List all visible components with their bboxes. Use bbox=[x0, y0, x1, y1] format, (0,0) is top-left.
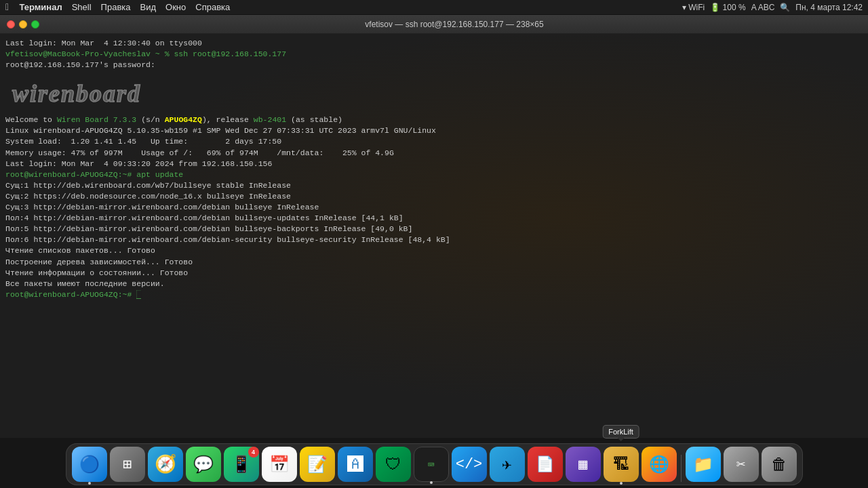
terminal-dot bbox=[430, 481, 433, 484]
minimize-button[interactable] bbox=[19, 20, 27, 28]
term-apt5: Пол:5 http://debian-mirror.wirenboard.co… bbox=[5, 224, 863, 235]
dock-item-trash[interactable]: 🗑 bbox=[762, 447, 797, 482]
term-line-3: root@192.168.150.177's password: bbox=[5, 60, 863, 70]
dock-item-acrobat[interactable]: 📄 bbox=[528, 447, 563, 482]
dock-item-mosaic[interactable]: ▦ bbox=[566, 447, 601, 482]
dock-item-chrome[interactable]: 🌐 bbox=[642, 447, 677, 482]
dock-item-terminal[interactable]: ⌨ bbox=[414, 447, 449, 482]
dock-item-messages[interactable]: 💬 bbox=[186, 447, 221, 482]
dock-separator bbox=[681, 455, 682, 482]
dock-inner: 🔵 ⊞ 🧭 💬 📱 4 📅 📝 🅰 bbox=[66, 443, 803, 485]
term-apt8: Построение дерева зависимостей... Готово bbox=[5, 257, 863, 268]
term-apt9: Чтение информации о состоянии... Готово bbox=[5, 268, 863, 279]
datetime: Пн, 4 марта 12:42 bbox=[795, 3, 863, 12]
app-name[interactable]: Терминал bbox=[19, 2, 62, 12]
forklift-dot bbox=[620, 482, 623, 485]
terminal-window: vfetisov — ssh root@192.168.150.177 — 23… bbox=[0, 15, 868, 438]
dock-item-telegram[interactable]: ✈ bbox=[490, 447, 525, 482]
svg-text:wirenboard: wirenboard bbox=[12, 80, 141, 107]
term-apt3: Сущ:3 http://debian-mirror.wirenboard.co… bbox=[5, 202, 863, 213]
input-method[interactable]: A ABC bbox=[751, 3, 775, 12]
menu-help[interactable]: Справка bbox=[195, 2, 230, 12]
wirenboard-logo: wirenboard wirenboard bbox=[5, 73, 863, 110]
term-line-1: Last login: Mon Mar 4 12:30:40 on ttys00… bbox=[5, 38, 863, 49]
menubar:  Терминал Shell Правка Вид Окно Справка… bbox=[0, 0, 868, 15]
dock-item-whatsapp[interactable]: 📱 4 bbox=[224, 447, 259, 482]
dock-item-forklift[interactable]: 🏗 ForkLift bbox=[604, 447, 639, 482]
term-lastlogin: Last login: Mon Mar 4 09:33:20 2024 from… bbox=[5, 159, 863, 169]
term-apt1: Сущ:1 http://deb.wirenboard.com/wb7/bull… bbox=[5, 180, 863, 191]
term-apt10: Все пакеты имеют последние версии. bbox=[5, 279, 863, 289]
wifi-icon[interactable]: ▾ WiFi bbox=[682, 3, 705, 12]
dock-item-notes[interactable]: 📝 bbox=[300, 447, 335, 482]
term-sysload: System load: 1.20 1.41 1.45 Up time: 2 d… bbox=[5, 136, 863, 147]
menu-edit[interactable]: Правка bbox=[101, 2, 131, 12]
dock-item-calendar[interactable]: 📅 bbox=[262, 447, 297, 482]
close-button[interactable] bbox=[7, 20, 15, 28]
dock-item-unknown[interactable]: ✂ bbox=[724, 447, 759, 482]
menu-shell[interactable]: Shell bbox=[72, 2, 92, 12]
terminal-body[interactable]: Last login: Mon Mar 4 12:30:40 on ttys00… bbox=[0, 34, 868, 438]
term-linux: Linux wirenboard-APUOG4ZQ 5.10.35-wb159 … bbox=[5, 125, 863, 136]
dock-item-launchpad[interactable]: ⊞ bbox=[110, 447, 145, 482]
finder-dot bbox=[88, 482, 91, 485]
term-apt4: Пол:4 http://debian-mirror.wirenboard.co… bbox=[5, 213, 863, 224]
dock-item-files[interactable]: 📁 bbox=[686, 447, 721, 482]
dock-item-kaspersky[interactable]: 🛡 bbox=[376, 447, 411, 482]
term-memory: Memory usage: 47% of 997M Usage of /: 69… bbox=[5, 148, 863, 159]
whatsapp-badge: 4 bbox=[248, 447, 259, 458]
dock-item-appstore[interactable]: 🅰 bbox=[338, 447, 373, 482]
dock: 🔵 ⊞ 🧭 💬 📱 4 📅 📝 🅰 bbox=[0, 438, 868, 488]
dock-item-safari[interactable]: 🧭 bbox=[148, 447, 183, 482]
maximize-button[interactable] bbox=[31, 20, 39, 28]
menu-view[interactable]: Вид bbox=[140, 2, 157, 12]
traffic-lights bbox=[7, 20, 39, 28]
battery-status: 🔋 100 % bbox=[710, 3, 745, 12]
term-apt7: Чтение списков пакетов... Готово bbox=[5, 245, 863, 256]
title-bar: vfetisov — ssh root@192.168.150.177 — 23… bbox=[0, 15, 868, 34]
terminal-content: Last login: Mon Mar 4 12:30:40 on ttys00… bbox=[5, 38, 863, 300]
term-apt-cmd: root@wirenboard-APUOG4ZQ:~# apt update bbox=[5, 169, 863, 180]
search-icon[interactable]: 🔍 bbox=[780, 3, 790, 12]
apple-menu[interactable]:  bbox=[5, 2, 11, 13]
term-prompt: root@wirenboard-APUOG4ZQ:~# █ bbox=[5, 289, 863, 300]
menubar-right: ▾ WiFi 🔋 100 % A ABC 🔍 Пн, 4 марта 12:42 bbox=[682, 3, 863, 12]
term-apt6: Пол:6 http://debian-mirror.wirenboard.co… bbox=[5, 235, 863, 245]
dock-item-finder[interactable]: 🔵 bbox=[72, 447, 107, 482]
window-title: vfetisov — ssh root@192.168.150.177 — 23… bbox=[47, 20, 861, 29]
dock-item-vscode[interactable]: </> bbox=[452, 447, 487, 482]
term-line-2: vfetisov@MacBook-Pro-Vyacheslav ~ % ssh … bbox=[5, 49, 863, 60]
menu-window[interactable]: Окно bbox=[165, 2, 186, 12]
term-apt2: Сущ:2 https://deb.nodesource.com/node_16… bbox=[5, 191, 863, 202]
term-welcome: Welcome to Wiren Board 7.3.3 (s/n APUOG4… bbox=[5, 115, 863, 125]
